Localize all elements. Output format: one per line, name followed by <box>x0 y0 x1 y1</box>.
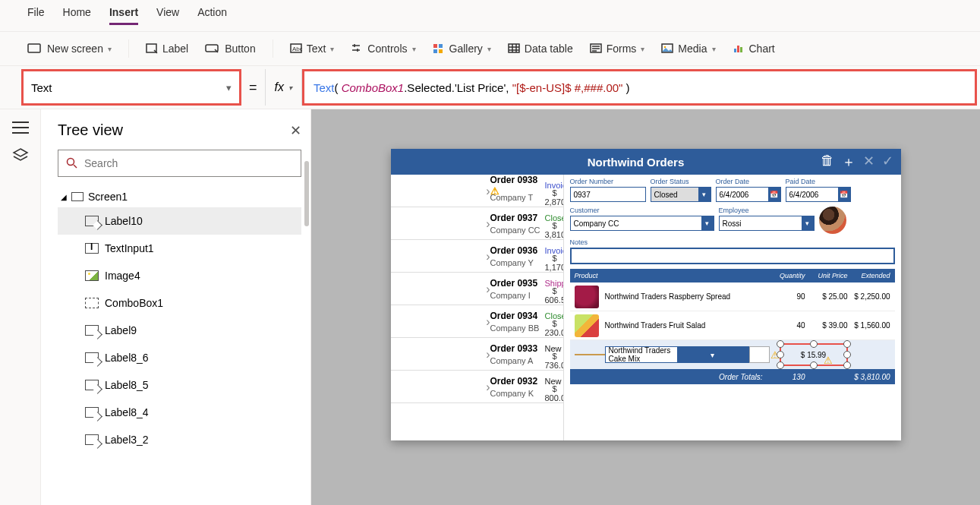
cancel-icon[interactable]: ✕ <box>863 153 874 171</box>
paid-date-field[interactable]: 6/4/2006📅 <box>786 187 851 202</box>
product-name: Northwind Traders Raspberry Spread <box>605 292 763 301</box>
menu-view[interactable]: View <box>156 6 179 25</box>
label-button[interactable]: Label <box>146 43 188 55</box>
tree-search[interactable] <box>58 150 301 177</box>
forms-icon <box>590 43 602 55</box>
line-ext: $ 1,560.00 <box>848 321 890 330</box>
tree-node-label3_2[interactable]: Label3_2 <box>58 426 301 453</box>
paid-date-label: Paid Date <box>786 178 851 185</box>
order-id: Order 0934 <box>490 311 545 321</box>
order-company: Company K <box>490 389 545 398</box>
order-item[interactable]: Order 0932 New › Company K $ 800.00 <box>391 371 563 403</box>
label-icon <box>85 352 99 363</box>
gallery-button[interactable]: Gallery▾ <box>433 43 491 55</box>
fx-button[interactable]: fx▾ <box>265 69 302 106</box>
svg-rect-14 <box>737 46 739 52</box>
close-icon[interactable]: ✕ <box>290 122 301 139</box>
plus-icon[interactable]: ＋ <box>842 153 856 171</box>
selected-label-price[interactable]: $ 15.99 ⚠ <box>780 343 848 366</box>
line-item[interactable]: Northwind Traders Fruit Salad 40 $ 39.00… <box>570 311 895 340</box>
customer-field[interactable]: Company CC▾ <box>570 216 714 231</box>
order-status-field[interactable]: Closed▾ <box>651 187 711 202</box>
tree-node-label10[interactable]: Label10 <box>58 207 301 235</box>
order-item[interactable]: Order 0937 Closed › Company CC $ 3,810.0… <box>391 207 563 240</box>
tree-node-image4[interactable]: Image4 <box>58 262 301 289</box>
line-ext: $ 2,250.00 <box>848 292 890 301</box>
order-amount: $ 736.00 <box>545 352 557 370</box>
tree-root-screen[interactable]: ◢ Screen1 <box>58 186 301 207</box>
tree-node-label: TextInput1 <box>105 242 154 254</box>
label-icon <box>85 325 99 336</box>
line-qty: 40 <box>763 321 805 330</box>
forms-button[interactable]: Forms▾ <box>590 43 645 55</box>
formula-input[interactable]: Text( ComboBox1.Selected.'List Price', "… <box>302 69 977 106</box>
menu-home[interactable]: Home <box>63 6 91 25</box>
svg-point-16 <box>68 159 74 166</box>
notes-field[interactable] <box>570 248 895 264</box>
line-item[interactable]: Northwind Traders Raspberry Spread 90 $ … <box>570 282 895 311</box>
new-screen-button[interactable]: New screen▾ <box>27 43 112 55</box>
scrollbar-thumb[interactable] <box>304 161 309 226</box>
order-item[interactable]: Order 0935 Shipped › Company I $ 606.50 <box>391 273 563 305</box>
chart-button[interactable]: Chart <box>733 43 775 55</box>
order-date-field[interactable]: 6/4/2006📅 <box>716 187 781 202</box>
order-item[interactable]: Order 0938 ⚠ Invoiced › Company T $ 2,87… <box>391 175 563 207</box>
svg-rect-6 <box>439 44 443 48</box>
order-number-label: Order Number <box>570 178 646 185</box>
canvas: Northwind Orders 🗑 ＋ ✕ ✓ Order 0938 ⚠ In… <box>311 109 980 505</box>
order-company: Company A <box>490 356 545 365</box>
search-icon <box>66 157 78 169</box>
order-list: Order 0938 ⚠ Invoiced › Company T $ 2,87… <box>391 175 564 440</box>
tree-node-label8_5[interactable]: Label8_5 <box>58 371 301 399</box>
menu-action[interactable]: Action <box>197 6 227 25</box>
data-table-button[interactable]: Data table <box>508 43 573 55</box>
formula-bar: Text ▾ = fx▾ Text( ComboBox1.Selected.'L… <box>0 66 980 109</box>
menu-file[interactable]: File <box>27 6 45 25</box>
order-id: Order 0936 <box>490 245 545 256</box>
order-item[interactable]: Order 0933 New › Company A $ 736.00 <box>391 338 563 371</box>
search-input[interactable] <box>84 157 293 169</box>
order-date-label: Order Date <box>716 178 781 185</box>
order-item[interactable]: Order 0934 Closed › Company BB $ 230.00 <box>391 305 563 338</box>
chevron-right-icon: › <box>400 185 490 198</box>
ribbon: New screen▾ Label Button Abc Text▾ Contr… <box>0 32 980 66</box>
app-header: Northwind Orders 🗑 ＋ ✕ ✓ <box>391 149 901 175</box>
menu-insert[interactable]: Insert <box>109 6 138 25</box>
order-item[interactable]: Order 0936 Invoiced › Company Y $ 1,170.… <box>391 240 563 273</box>
qty-input[interactable] <box>749 346 770 363</box>
warning-icon: ⚠ <box>824 355 833 366</box>
tree-node-combobox1[interactable]: ComboBox1 <box>58 289 301 317</box>
tree-node-label9[interactable]: Label9 <box>58 317 301 344</box>
line-unit: $ 25.00 <box>805 292 848 301</box>
product-thumb <box>575 354 605 355</box>
tree-node-textinput1[interactable]: TextInput1 <box>58 235 301 262</box>
app-title: Northwind Orders <box>452 156 821 169</box>
label-icon <box>85 216 99 226</box>
chevron-right-icon: › <box>400 282 490 296</box>
avatar <box>819 207 846 234</box>
check-icon[interactable]: ✓ <box>882 153 893 171</box>
label-icon <box>85 380 99 390</box>
controls-button[interactable]: Controls▾ <box>351 43 415 55</box>
property-selector[interactable]: Text ▾ <box>21 69 241 106</box>
layers-icon[interactable] <box>12 147 29 166</box>
product-combo[interactable]: Northwind Traders Cake Mix▾ <box>605 346 749 363</box>
hamburger-icon[interactable] <box>12 122 29 134</box>
text-icon: Abc <box>290 43 302 55</box>
tree-node-label8_4[interactable]: Label8_4 <box>58 399 301 426</box>
order-number-field[interactable]: 0937 <box>570 187 646 202</box>
product-name: Northwind Traders Fruit Salad <box>605 321 763 330</box>
order-amount: $ 800.00 <box>545 384 557 402</box>
order-company: Company I <box>490 291 545 300</box>
label-icon <box>85 434 99 445</box>
order-amount: $ 3,810.00 <box>545 221 557 239</box>
screen-icon <box>27 43 43 55</box>
trash-icon[interactable]: 🗑 <box>821 153 834 171</box>
employee-field[interactable]: Rossi▾ <box>719 216 815 231</box>
controls-icon <box>351 43 363 55</box>
order-status-label: Order Status <box>651 178 711 185</box>
text-button[interactable]: Abc Text▾ <box>290 43 335 55</box>
button-button[interactable]: Button <box>205 43 255 55</box>
media-button[interactable]: Media▾ <box>661 43 715 55</box>
tree-node-label8_6[interactable]: Label8_6 <box>58 344 301 371</box>
